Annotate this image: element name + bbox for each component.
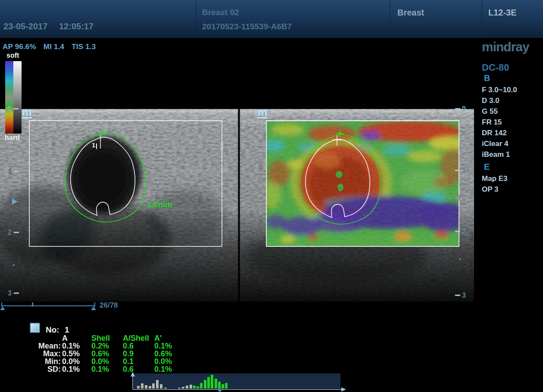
depth-mark-1: 1 bbox=[8, 168, 12, 174]
max-a: 0.5% bbox=[61, 350, 91, 358]
topbar-divider bbox=[390, 0, 390, 38]
histogram-axes bbox=[128, 370, 353, 392]
top-info-bar: 23-05-2017 12:05:17 Breast 02 20170523-1… bbox=[0, 0, 543, 38]
col-header-a-prime: A' bbox=[154, 334, 188, 342]
acoustic-power: AP 96.6% bbox=[3, 43, 36, 51]
focus-marker-right[interactable] bbox=[454, 195, 459, 201]
depth-mark-0: 0 bbox=[7, 106, 11, 112]
thermal-index: TIS 1.3 bbox=[72, 43, 96, 51]
focus-marker-left[interactable] bbox=[12, 199, 18, 205]
header-spacer bbox=[0, 334, 61, 342]
depth-mark-2: 2 bbox=[462, 229, 466, 235]
pane-divider bbox=[238, 109, 240, 302]
col-header-shell: Shell bbox=[91, 334, 122, 342]
ruler-dot bbox=[461, 198, 462, 199]
min-shell: 0.0% bbox=[91, 358, 122, 365]
col-header-a: A bbox=[61, 334, 91, 342]
max-shell: 0.6% bbox=[91, 350, 122, 358]
param-map: Map E3 bbox=[482, 173, 508, 184]
col-header-a-shell: A/Shell bbox=[122, 334, 154, 342]
mean-a-prime: 0.1% bbox=[154, 342, 188, 350]
cine-frame-counter: 26/78 bbox=[100, 301, 118, 310]
mechanical-index: MI 1.4 bbox=[44, 43, 64, 51]
ruler-dash bbox=[455, 108, 460, 109]
exam-type: Breast bbox=[397, 8, 424, 18]
up-arrow-icon bbox=[131, 372, 135, 376]
mean-a: 0.1% bbox=[61, 342, 91, 350]
depth-mark-2: 2 bbox=[8, 230, 12, 236]
system-date: 23-05-2017 bbox=[3, 22, 47, 31]
max-a-prime: 0.6% bbox=[154, 350, 188, 358]
min-a-prime: 0.0% bbox=[154, 358, 188, 365]
ultrasound-display-area bbox=[0, 109, 474, 302]
depth-mark-1: 1 bbox=[462, 168, 466, 174]
elasto-colorbar bbox=[5, 61, 22, 134]
mindray-watermark-left: m bbox=[22, 107, 32, 118]
ruler-dash bbox=[14, 171, 19, 172]
cine-position-tick[interactable] bbox=[32, 302, 33, 307]
param-op: OP 3 bbox=[482, 184, 508, 195]
topbar-divider bbox=[196, 0, 197, 38]
mindray-watermark-right: m bbox=[257, 107, 268, 118]
results-number: No: 1 bbox=[46, 325, 69, 335]
min-a-shell: 0.1 bbox=[122, 358, 154, 365]
cine-track[interactable] bbox=[1, 305, 95, 306]
elasto-color-gradient bbox=[5, 61, 13, 134]
ruler-dash bbox=[455, 170, 460, 171]
max-a-shell: 0.9 bbox=[122, 350, 154, 358]
mean-shell: 0.2% bbox=[91, 342, 122, 350]
cine-left-handle[interactable] bbox=[0, 306, 5, 310]
min-a: 0.0% bbox=[61, 358, 91, 365]
ruler-dash bbox=[14, 232, 19, 233]
right-arrow-icon bbox=[341, 387, 346, 392]
param-gain: G 55 bbox=[482, 106, 517, 117]
acoustic-status: AP 96.6% MI 1.4 TIS 1.3 bbox=[3, 43, 101, 51]
sd-a: 0.1% bbox=[61, 365, 91, 373]
model-label: DC-80 bbox=[482, 62, 509, 73]
sd-shell: 0.1% bbox=[91, 365, 122, 373]
caliper-number-label: 1 bbox=[92, 141, 95, 149]
results-no-value: 1 bbox=[65, 325, 69, 334]
ruler-dot bbox=[13, 264, 14, 266]
row-label-sd: SD: bbox=[0, 365, 61, 373]
param-iclear: iClear 4 bbox=[482, 138, 517, 149]
mindray-logo: mindray bbox=[482, 40, 529, 54]
ruler-dot bbox=[459, 140, 461, 142]
results-table: A Shell A/Shell A' Mean: 0.1% 0.2% 0.6 0… bbox=[0, 334, 188, 373]
param-frequency: F 3.0~10.0 bbox=[482, 84, 517, 95]
ruler-dot bbox=[459, 258, 461, 260]
ruler-dash bbox=[455, 231, 460, 232]
system-time: 12:05:17 bbox=[59, 22, 94, 31]
row-label-mean: Mean: bbox=[0, 342, 61, 350]
sidebar: mindray DC-80 B F 3.0~10.0 D 3.0 G 55 FR… bbox=[474, 38, 543, 392]
row-label-max: Max: bbox=[0, 350, 61, 358]
elastogram-overlay bbox=[262, 121, 470, 251]
bmode-params: F 3.0~10.0 D 3.0 G 55 FR 15 DR 142 iClea… bbox=[482, 84, 517, 160]
patient-name: Breast 02 bbox=[202, 8, 239, 17]
ruler-dash bbox=[14, 292, 19, 294]
depth-mark-3: 3 bbox=[462, 292, 466, 299]
param-depth: D 3.0 bbox=[482, 95, 517, 106]
bmode-header: B bbox=[484, 73, 490, 83]
gray-gradient bbox=[13, 61, 22, 134]
shell-distance-label: 1.0mm bbox=[147, 200, 172, 209]
results-no-label: No: bbox=[46, 325, 59, 334]
depth-mark-3: 3 bbox=[8, 290, 12, 296]
elasto-header: E bbox=[484, 162, 490, 172]
topbar-divider bbox=[482, 0, 482, 38]
ruler-dash bbox=[13, 108, 19, 109]
elasto-params: Map E3 OP 3 bbox=[482, 173, 508, 195]
cine-right-handle[interactable] bbox=[91, 306, 96, 310]
probe-label: L12-3E bbox=[488, 8, 517, 18]
ruler-dash bbox=[455, 295, 460, 296]
param-frame-rate: FR 15 bbox=[482, 117, 517, 128]
row-label-min: Min: bbox=[0, 358, 61, 365]
elasto-scale-hard-label: hard bbox=[5, 134, 20, 142]
param-ibeam: iBeam 1 bbox=[482, 149, 517, 160]
exam-id: 20170523-115539-A6B7 bbox=[202, 22, 292, 31]
ultrasound-screen: { "header": { "date": "23-05-2017", "tim… bbox=[0, 0, 543, 392]
mean-a-shell: 0.6 bbox=[122, 342, 154, 350]
param-dynamic-range: DR 142 bbox=[482, 128, 517, 138]
results-checkbox[interactable] bbox=[30, 323, 40, 333]
elasto-scale-soft-label: soft bbox=[6, 52, 19, 59]
